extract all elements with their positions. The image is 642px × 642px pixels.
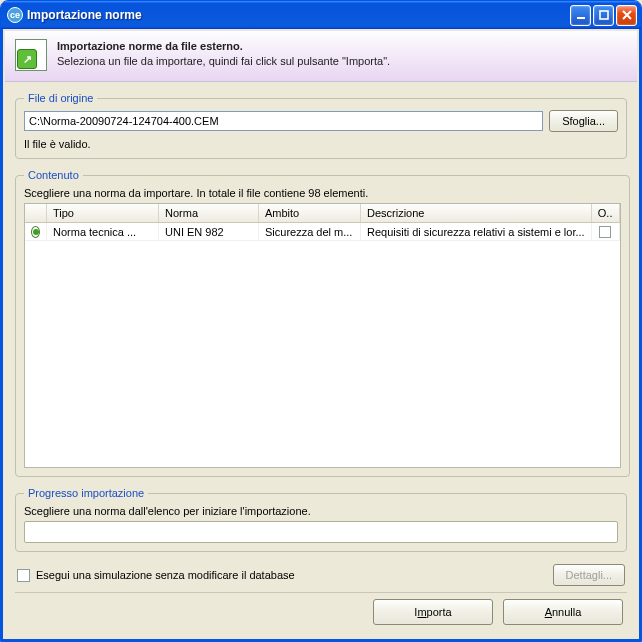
cell-o[interactable] (592, 223, 620, 240)
app-icon: ce (7, 7, 23, 23)
progress-legend: Progresso importazione (24, 487, 148, 499)
import-button[interactable]: Importa (373, 599, 493, 625)
banner-line1: Importazione norme da file esterno. (57, 39, 390, 54)
footer-buttons: Importa Annulla (15, 592, 627, 629)
content-area: File di origine Sfoglia... Il file è val… (5, 82, 637, 637)
simulation-label[interactable]: Esegui una simulazione senza modificare … (36, 569, 295, 581)
progress-bar (24, 521, 618, 543)
cancel-post: nnulla (552, 606, 581, 618)
file-origin-group: File di origine Sfoglia... Il file è val… (15, 92, 627, 159)
contenuto-desc: Scegliere una norma da importare. In tot… (24, 187, 621, 199)
file-status-text: Il file è valido. (24, 138, 618, 150)
simulation-row: Esegui una simulazione senza modificare … (17, 564, 625, 586)
grid-body[interactable]: Norma tecnica ... UNI EN 982 Sicurezza d… (25, 223, 620, 467)
file-origin-legend: File di origine (24, 92, 97, 104)
row-radio[interactable] (25, 223, 47, 240)
maximize-button[interactable] (593, 5, 614, 26)
import-post: porta (427, 606, 452, 618)
contenuto-legend: Contenuto (24, 169, 83, 181)
checkbox-icon (599, 226, 611, 238)
cancel-u: A (545, 606, 552, 618)
col-o[interactable]: O.. (592, 204, 620, 222)
cell-descrizione: Requisiti di sicurezza relativi a sistem… (361, 223, 592, 240)
cell-ambito: Sicurezza del m... (259, 223, 361, 240)
import-document-icon: ↗ (15, 39, 47, 71)
simulation-checkbox[interactable] (17, 569, 30, 582)
grid-header[interactable]: Tipo Norma Ambito Descrizione O.. (25, 204, 620, 223)
minimize-button[interactable] (570, 5, 591, 26)
col-tipo[interactable]: Tipo (47, 204, 159, 222)
norme-grid[interactable]: Tipo Norma Ambito Descrizione O.. Norma … (24, 203, 621, 468)
radio-icon (31, 226, 40, 238)
col-norma[interactable]: Norma (159, 204, 259, 222)
banner: ↗ Importazione norme da file esterno. Se… (5, 31, 637, 82)
close-button[interactable] (616, 5, 637, 26)
banner-text: Importazione norme da file esterno. Sele… (57, 39, 390, 71)
maximize-icon (598, 9, 610, 21)
cell-tipo: Norma tecnica ... (47, 223, 159, 240)
file-path-input[interactable] (24, 111, 543, 131)
browse-button[interactable]: Sfoglia... (549, 110, 618, 132)
details-button: Dettagli... (553, 564, 625, 586)
dialog-window: ce Importazione norme ↗ Importazione nor… (0, 0, 642, 642)
cancel-button[interactable]: Annulla (503, 599, 623, 625)
col-descrizione[interactable]: Descrizione (361, 204, 592, 222)
window-title: Importazione norme (27, 8, 570, 22)
minimize-icon (575, 9, 587, 21)
cell-norma: UNI EN 982 (159, 223, 259, 240)
window-controls (570, 5, 637, 26)
progress-text: Scegliere una norma dall'elenco per iniz… (24, 505, 618, 517)
client-area: ↗ Importazione norme da file esterno. Se… (1, 29, 641, 641)
col-select[interactable] (25, 204, 47, 222)
contenuto-group: Contenuto Scegliere una norma da importa… (15, 169, 630, 477)
close-icon (621, 9, 633, 21)
progress-group: Progresso importazione Scegliere una nor… (15, 487, 627, 552)
svg-rect-1 (600, 11, 608, 19)
import-u: m (417, 606, 426, 618)
table-row[interactable]: Norma tecnica ... UNI EN 982 Sicurezza d… (25, 223, 620, 241)
svg-rect-0 (577, 17, 585, 19)
banner-line2: Seleziona un file da importare, quindi f… (57, 54, 390, 69)
col-ambito[interactable]: Ambito (259, 204, 361, 222)
titlebar[interactable]: ce Importazione norme (1, 1, 641, 29)
